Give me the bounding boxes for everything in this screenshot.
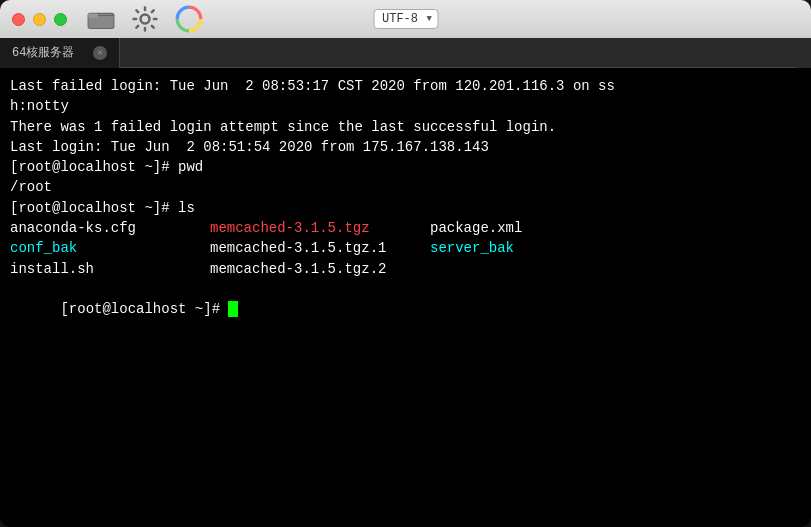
- traffic-lights: [12, 13, 67, 26]
- terminal-line-5: [root@localhost ~]# pwd: [10, 157, 801, 177]
- titlebar: UTF-8 GBK ASCII ▼: [0, 0, 811, 38]
- terminal-prompt: [root@localhost ~]#: [60, 301, 228, 317]
- file-empty-2: [580, 238, 730, 258]
- terminal-cursor: [228, 301, 238, 317]
- terminal-window: UTF-8 GBK ASCII ▼ 64核服务器 ✕ Last failed l…: [0, 0, 811, 527]
- terminal-line-8-files: anaconda-ks.cfg memcached-3.1.5.tgz pack…: [10, 218, 801, 238]
- terminal-content[interactable]: Last failed login: Tue Jun 2 08:53:17 CS…: [0, 68, 811, 527]
- terminal-line-2: h:notty: [10, 96, 801, 116]
- terminal-line-11-prompt: [root@localhost ~]#: [10, 279, 801, 340]
- file-package-xml: package.xml: [430, 218, 580, 238]
- folder-icon[interactable]: [87, 8, 115, 30]
- file-server-bak: server_bak: [430, 238, 580, 258]
- terminal-line-10-files: install.sh memcached-3.1.5.tgz.2: [10, 259, 801, 279]
- minimize-button[interactable]: [33, 13, 46, 26]
- file-empty-3: [430, 259, 580, 279]
- terminal-line-9-files: conf_bak memcached-3.1.5.tgz.1 server_ba…: [10, 238, 801, 258]
- color-icon[interactable]: [175, 8, 203, 30]
- tabbar: 64核服务器 ✕: [0, 38, 811, 68]
- tab-close-button[interactable]: ✕: [93, 46, 107, 60]
- tab-label: 64核服务器: [12, 44, 74, 61]
- terminal-line-1: Last failed login: Tue Jun 2 08:53:17 CS…: [10, 76, 801, 96]
- file-anaconda: anaconda-ks.cfg: [10, 218, 210, 238]
- terminal-line-7: [root@localhost ~]# ls: [10, 198, 801, 218]
- file-empty-1: [580, 218, 730, 238]
- encoding-select[interactable]: UTF-8 GBK ASCII: [373, 9, 438, 29]
- svg-point-2: [141, 15, 150, 24]
- file-memcached-tgz: memcached-3.1.5.tgz: [210, 218, 430, 238]
- gear-icon[interactable]: [131, 8, 159, 30]
- file-conf-bak: conf_bak: [10, 238, 210, 258]
- titlebar-icons: [87, 8, 203, 30]
- file-memcached-tgz2: memcached-3.1.5.tgz.2: [210, 259, 430, 279]
- terminal-line-4: Last login: Tue Jun 2 08:51:54 2020 from…: [10, 137, 801, 157]
- svg-rect-1: [88, 14, 98, 18]
- tab-scrollbar: [797, 38, 811, 68]
- encoding-dropdown[interactable]: UTF-8 GBK ASCII ▼: [373, 9, 438, 29]
- close-button[interactable]: [12, 13, 25, 26]
- terminal-line-6: /root: [10, 177, 801, 197]
- terminal-line-3: There was 1 failed login attempt since t…: [10, 117, 801, 137]
- maximize-button[interactable]: [54, 13, 67, 26]
- file-empty-4: [580, 259, 730, 279]
- file-memcached-tgz1: memcached-3.1.5.tgz.1: [210, 238, 430, 258]
- file-install-sh: install.sh: [10, 259, 210, 279]
- tab-server[interactable]: 64核服务器 ✕: [0, 38, 120, 68]
